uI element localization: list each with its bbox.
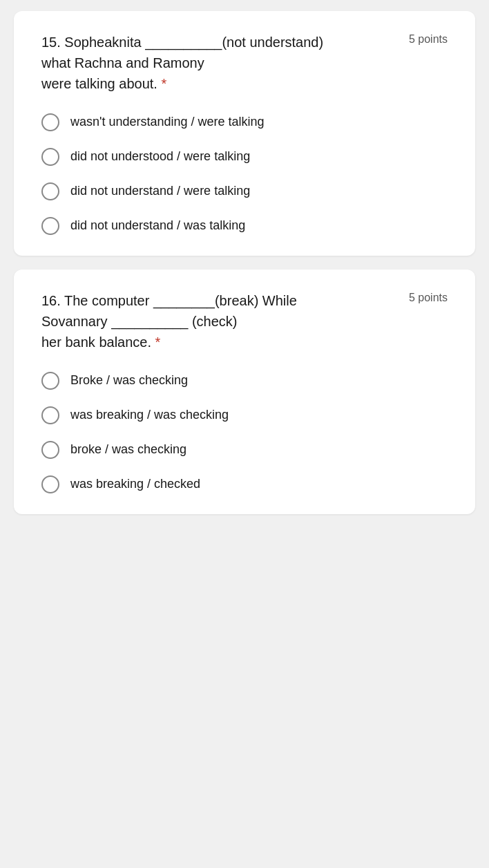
options-list-15: wasn't understanding / were talking did … bbox=[41, 113, 448, 235]
option-label-q15-c: did not understand / were talking bbox=[70, 182, 250, 200]
question-points-15: 5 points bbox=[409, 32, 448, 46]
option-item-q16-d[interactable]: was breaking / checked bbox=[41, 475, 448, 493]
question-card-16: 16. The computer ________(break) While S… bbox=[14, 270, 475, 514]
option-item-q16-a[interactable]: Broke / was checking bbox=[41, 372, 448, 390]
option-label-q15-d: did not understand / was talking bbox=[70, 217, 245, 234]
blank-16a: ________ bbox=[153, 293, 215, 308]
option-item-q15-c[interactable]: did not understand / were talking bbox=[41, 182, 448, 200]
option-item-q16-b[interactable]: was breaking / was checking bbox=[41, 406, 448, 424]
question-header-15: 15. Sopheaknita __________(not understan… bbox=[41, 32, 448, 94]
required-star-15: * bbox=[161, 76, 166, 91]
options-list-16: Broke / was checking was breaking / was … bbox=[41, 372, 448, 493]
option-label-q16-b: was breaking / was checking bbox=[70, 406, 229, 424]
radio-q15-d[interactable] bbox=[41, 217, 59, 235]
option-item-q15-d[interactable]: did not understand / was talking bbox=[41, 217, 448, 235]
option-label-q16-c: broke / was checking bbox=[70, 441, 186, 458]
question-number-15: 15. bbox=[41, 35, 61, 50]
option-label-q16-d: was breaking / checked bbox=[70, 475, 200, 493]
radio-q15-c[interactable] bbox=[41, 182, 59, 200]
question-points-16: 5 points bbox=[409, 290, 448, 304]
blank-16b: __________ bbox=[111, 314, 188, 329]
question-text-15: 15. Sopheaknita __________(not understan… bbox=[41, 32, 398, 94]
radio-q16-b[interactable] bbox=[41, 406, 59, 424]
option-label-q15-a: wasn't understanding / were talking bbox=[70, 113, 265, 131]
option-item-q15-b[interactable]: did not understood / were talking bbox=[41, 148, 448, 166]
question-card-15: 15. Sopheaknita __________(not understan… bbox=[14, 11, 475, 256]
radio-q16-a[interactable] bbox=[41, 372, 59, 390]
option-label-q15-b: did not understood / were talking bbox=[70, 148, 250, 165]
radio-q16-c[interactable] bbox=[41, 441, 59, 459]
question-text-16: 16. The computer ________(break) While S… bbox=[41, 290, 398, 352]
radio-q16-d[interactable] bbox=[41, 475, 59, 493]
question-header-16: 16. The computer ________(break) While S… bbox=[41, 290, 448, 352]
blank-15: __________ bbox=[145, 35, 222, 50]
radio-q15-b[interactable] bbox=[41, 148, 59, 166]
option-item-q15-a[interactable]: wasn't understanding / were talking bbox=[41, 113, 448, 131]
radio-q15-a[interactable] bbox=[41, 113, 59, 131]
option-item-q16-c[interactable]: broke / was checking bbox=[41, 441, 448, 459]
question-number-16: 16. bbox=[41, 293, 61, 308]
required-star-16: * bbox=[155, 334, 161, 350]
option-label-q16-a: Broke / was checking bbox=[70, 372, 188, 389]
